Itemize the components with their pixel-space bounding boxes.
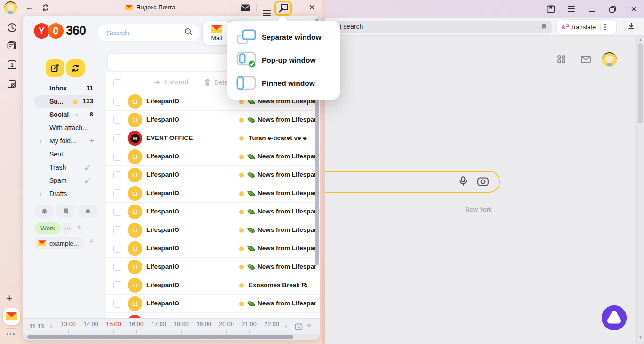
row-checkbox[interactable]: [113, 116, 121, 124]
row-checkbox[interactable]: [113, 189, 121, 197]
row-checkbox[interactable]: [113, 98, 121, 106]
browser-menu-icon[interactable]: [566, 4, 576, 14]
message-row[interactable]: LILifespanIONews from Lifespan.: [106, 239, 320, 257]
sidebar-folder-withattach[interactable]: With attach...: [23, 122, 99, 135]
add-folder-icon[interactable]: +: [89, 136, 94, 146]
sync-icon: [71, 64, 80, 73]
message-row[interactable]: Я: [106, 312, 320, 318]
tab-count-icon[interactable]: 1: [7, 60, 17, 70]
folder-expand-icon[interactable]: ›: [40, 189, 42, 197]
side-panels-icon[interactable]: [546, 4, 555, 14]
timeline-next-icon[interactable]: ›: [284, 321, 287, 331]
add-account-button[interactable]: +: [89, 236, 94, 246]
row-checkbox[interactable]: [113, 208, 121, 216]
clear-folder-icon[interactable]: [83, 177, 90, 186]
page-scrollbar-thumb[interactable]: [638, 43, 643, 123]
sidebar-folder-sent[interactable]: Sent: [23, 148, 99, 161]
page-mail-icon[interactable]: [581, 56, 591, 65]
folder-expand-icon[interactable]: ›: [40, 137, 42, 145]
forward-button[interactable]: Forward: [153, 78, 188, 86]
yo360-logo[interactable]: Y 360: [34, 23, 86, 39]
menu-item-pop-up-window[interactable]: Pop-up window: [227, 49, 340, 72]
mail-search-box[interactable]: [98, 24, 199, 41]
unread-dot: [239, 228, 244, 233]
message-row[interactable]: LILifespanIONews from Lifespan.: [106, 147, 320, 165]
horizontal-scrollbar-thumb[interactable]: [27, 335, 293, 339]
mail-app-icon[interactable]: [3, 308, 20, 325]
back-button[interactable]: ←: [25, 2, 34, 12]
dot-pill[interactable]: [78, 205, 97, 218]
add-tab-icon[interactable]: +: [6, 292, 12, 305]
message-row[interactable]: LILifespanIONews from Lifespan.: [106, 294, 320, 312]
sync-button[interactable]: [66, 59, 85, 77]
screenshot-icon[interactable]: [7, 79, 17, 89]
tags-more-button[interactable]: [61, 223, 72, 234]
timeline-calendar-icon[interactable]: [295, 322, 303, 333]
window-mode-button-highlighted[interactable]: [274, 1, 292, 16]
page-user-avatar[interactable]: [602, 52, 617, 67]
row-checkbox[interactable]: [113, 245, 121, 253]
message-sender: LifespanIO: [146, 171, 179, 178]
message-row[interactable]: LILifespanIOExosomes Break Rat Life: [106, 276, 320, 294]
history-icon[interactable]: [7, 23, 17, 33]
menu-item-separate-window[interactable]: Separate window: [227, 25, 340, 49]
message-row[interactable]: LILifespanIONews from Lifespan.: [106, 257, 320, 276]
profile-avatar[interactable]: [4, 1, 17, 14]
message-row[interactable]: LILifespanIONews from Lifespan.: [106, 110, 320, 129]
refresh-button[interactable]: [41, 3, 50, 14]
download-icon[interactable]: [627, 22, 636, 32]
services-grid-icon[interactable]: [557, 55, 565, 65]
mail-envelope-icon[interactable]: [241, 4, 250, 13]
sidebar-folder-drafts[interactable]: ›Drafts: [23, 188, 99, 201]
tag-work[interactable]: Work: [35, 222, 61, 234]
sidebar-folder-myfold[interactable]: ›My fold...+: [23, 135, 99, 148]
close-button[interactable]: ×: [309, 1, 315, 14]
row-checkbox[interactable]: [113, 134, 121, 142]
sidebar-folder-spam[interactable]: Spam: [23, 174, 99, 188]
select-all-checkbox[interactable]: [113, 79, 121, 87]
browser-restore-button[interactable]: [608, 4, 617, 14]
message-row[interactable]: LILifespanIONews from Lifespan.: [106, 202, 320, 221]
translate-options-icon[interactable]: [604, 24, 606, 30]
voice-search-icon[interactable]: [458, 176, 468, 189]
compose-button[interactable]: [46, 59, 64, 77]
mail-search-input[interactable]: [106, 29, 177, 37]
row-checkbox[interactable]: [113, 300, 121, 308]
timeline-tick: [113, 330, 114, 333]
window-menu-icon[interactable]: [263, 4, 271, 16]
sidebar-folder-trash[interactable]: Trash: [23, 161, 99, 174]
account-pill[interactable]: example...: [34, 237, 84, 249]
strip-more-icon[interactable]: [7, 333, 15, 335]
browser-minimize-button[interactable]: [588, 4, 597, 14]
message-row[interactable]: LILifespanIONews from Lifespan.: [106, 165, 320, 184]
scroll-up-arrow[interactable]: ▲: [638, 38, 643, 42]
tabs-panel-icon[interactable]: [7, 41, 17, 51]
timeline-collapse-icon[interactable]: «: [307, 320, 311, 330]
row-checkbox[interactable]: [113, 171, 121, 179]
alice-assistant-button[interactable]: [602, 305, 627, 330]
message-sender: LifespanIO: [146, 245, 179, 252]
message-row[interactable]: MEVENT OFFICETuran e-ticarət və e-ixra: [106, 129, 320, 147]
timeline-prev-icon[interactable]: ‹: [50, 321, 53, 331]
timeline-tick: [68, 330, 69, 333]
row-checkbox[interactable]: [113, 281, 121, 289]
menu-item-pinned-window[interactable]: Pinned window: [227, 72, 340, 95]
row-checkbox[interactable]: [113, 263, 121, 271]
translate-button[interactable]: A translate: [557, 20, 616, 34]
sidebar-folder-social[interactable]: Social8: [23, 108, 99, 122]
notifications-pill[interactable]: [35, 205, 54, 218]
scroll-down-arrow[interactable]: ▼: [638, 336, 643, 340]
bookmark-flag-icon[interactable]: [540, 23, 547, 32]
add-tag-button[interactable]: +: [76, 222, 81, 232]
mail-tab[interactable]: Mail: [203, 21, 230, 45]
browser-close-button[interactable]: ×: [629, 4, 638, 14]
row-checkbox[interactable]: [113, 226, 121, 234]
row-checkbox[interactable]: [113, 153, 121, 161]
clear-folder-icon[interactable]: [83, 164, 90, 173]
bookmarks-pill[interactable]: [56, 205, 75, 218]
message-row[interactable]: LILifespanIONews from Lifespan.: [106, 221, 320, 239]
sidebar-folder-inbox[interactable]: Inbox11: [23, 82, 99, 95]
sidebar-folder-su[interactable]: Su...133: [23, 95, 99, 108]
message-row[interactable]: LILifespanIONews from Lifespan.: [106, 184, 320, 202]
image-search-icon[interactable]: [477, 176, 489, 189]
